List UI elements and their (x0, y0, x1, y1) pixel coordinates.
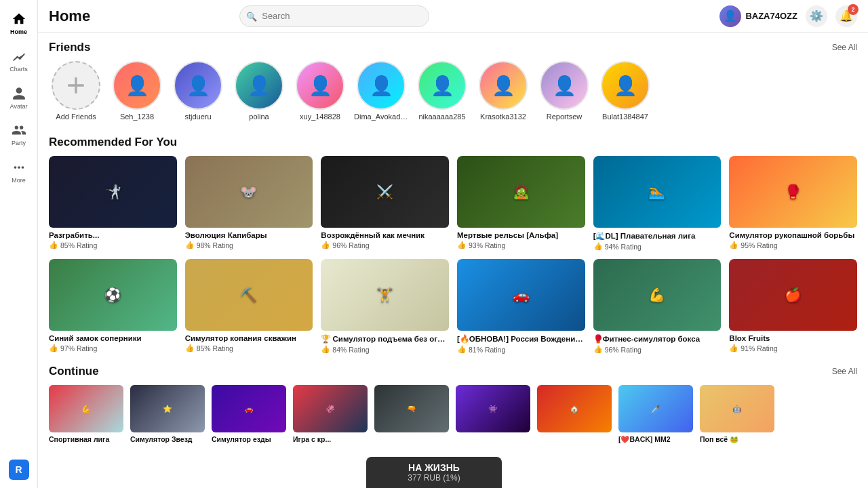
continue-game-card[interactable]: 🔫 (374, 385, 449, 444)
user-profile[interactable]: 👤 BAZA74OZZ (719, 5, 797, 27)
recommended-game-card[interactable]: ⚔️ Возрождённый как мечник 👍 96% Rating (321, 156, 449, 251)
recommended-game-card[interactable]: 🚗 [🔥ОБНОВА!] Россия Вождение Ма... 👍 81%… (457, 259, 585, 354)
continue-thumbnail: 🏠 (537, 385, 612, 432)
continue-game-card[interactable]: 🦑 Игра с кр... (293, 385, 368, 444)
continue-thumbnail: 🤖 (700, 385, 774, 432)
game-rating: 👍 91% Rating (729, 344, 857, 352)
sidebar: Home Charts Avatar Party More R (0, 0, 38, 488)
friend-item[interactable]: 👤 xuy_148828 (293, 61, 347, 121)
friend-avatar: 👤 (601, 61, 650, 110)
continue-game-card[interactable]: 💪 Спортивная лига (49, 385, 123, 444)
recommended-game-card[interactable]: ⛏️ Симулятор копания скважин 👍 85% Ratin… (185, 259, 313, 354)
rating-value: 91% Rating (741, 344, 777, 352)
sidebar-item-more[interactable]: More (3, 154, 35, 188)
game-thumbnail: ⚔️ (321, 156, 449, 228)
sidebar-item-avatar-label: Avatar (10, 103, 28, 110)
add-friends-item[interactable]: Add Friends (49, 61, 103, 121)
game-name: Разграбить... (49, 231, 177, 239)
continue-thumbnail: ⭐ (130, 385, 205, 432)
friend-item[interactable]: 👤 Bulat1384847 (598, 61, 652, 121)
game-name: Симулятор рукопашной борьбы (729, 231, 857, 239)
friend-avatar: 👤 (296, 61, 344, 110)
friend-name: Bulat1384847 (602, 113, 648, 121)
friend-item[interactable]: 👤 Krasotka3132 (476, 61, 530, 121)
continue-game-name: Игра с кр... (293, 435, 368, 443)
continue-game-card[interactable]: 🤖 Поп всё 🐸 (700, 385, 774, 444)
game-name: [🔥ОБНОВА!] Россия Вождение Ма... (457, 334, 585, 344)
friend-item[interactable]: 👤 stjdueru (171, 61, 225, 121)
continue-game-card[interactable]: 🗡️ [❤️BACK] MM2 (618, 385, 693, 444)
search-icon: 🔍 (246, 11, 257, 21)
game-thumb-bg: 💪 (593, 259, 722, 331)
continue-game-name: Симулятор езды (212, 435, 286, 443)
continue-see-all-button[interactable]: See All (832, 367, 857, 376)
friend-item[interactable]: 👤 Reportsew (537, 61, 591, 121)
continue-game-card[interactable]: 🏠 (537, 385, 612, 444)
sidebar-item-home-label: Home (10, 28, 27, 36)
rating-value: 94% Rating (605, 243, 642, 251)
recommended-game-card[interactable]: 🤺 Разграбить... 👍 85% Rating (49, 156, 177, 251)
charts-icon (11, 48, 27, 64)
recommended-game-card[interactable]: 🍎 Blox Fruits 👍 91% Rating (729, 259, 857, 354)
continue-game-card[interactable]: 👾 (456, 385, 530, 444)
sidebar-item-avatar[interactable]: Avatar (3, 80, 35, 115)
continue-title: Continue (49, 365, 99, 378)
sidebar-item-party[interactable]: Party (3, 117, 35, 151)
friend-item[interactable]: 👤 polina (232, 61, 286, 121)
rating-icon: 👍 (729, 344, 738, 352)
header-right: 👤 BAZA74OZZ ⚙️ 🔔 2 (719, 5, 857, 27)
roblox-logo[interactable]: R (9, 460, 29, 480)
tooltip-bar: НА ЖИЗНЬ 377 RUB (1%) (366, 457, 502, 488)
search-input[interactable] (239, 5, 429, 27)
friend-avatar: 👤 (418, 61, 467, 110)
continue-thumb-bg: 🔫 (374, 385, 449, 432)
game-name: Возрождённый как мечник (321, 231, 449, 239)
tooltip-title: НА ЖИЗНЬ (382, 462, 486, 473)
recommended-game-card[interactable]: 🏋️ 🏆 Симулятор подъема без ограни... 👍 8… (321, 259, 449, 354)
settings-button[interactable]: ⚙️ (806, 5, 827, 27)
sidebar-item-charts[interactable]: Charts (3, 43, 35, 77)
avatar-icon (11, 85, 27, 102)
rating-icon: 👍 (729, 241, 738, 249)
page-title: Home (49, 7, 90, 25)
continue-thumb-bg: 🚗 (212, 385, 286, 432)
friend-item[interactable]: 👤 nikaaaaaa285 (415, 61, 469, 121)
rating-value: 93% Rating (469, 241, 505, 249)
game-rating: 👍 81% Rating (457, 345, 585, 354)
friends-see-all-button[interactable]: See All (832, 43, 857, 52)
recommended-game-card[interactable]: 🐭 Эволюция Капибары 👍 98% Rating (185, 156, 313, 251)
game-thumb-bg: 🍎 (729, 259, 857, 331)
recommended-game-card[interactable]: ⚽ Синий замок соперники 👍 97% Rating (49, 259, 177, 354)
friend-name: stjdueru (184, 113, 211, 121)
game-thumbnail: 🍎 (729, 259, 857, 331)
friend-avatar: 👤 (479, 61, 528, 110)
friend-item[interactable]: 👤 Dima_Avokader3 (354, 61, 408, 121)
game-rating: 👍 94% Rating (593, 242, 722, 251)
game-rating: 👍 84% Rating (321, 345, 449, 354)
continue-game-card[interactable]: 🚗 Симулятор езды (212, 385, 286, 444)
rating-value: 96% Rating (332, 241, 369, 249)
game-rating: 👍 85% Rating (185, 344, 313, 352)
game-rating: 👍 97% Rating (49, 344, 177, 352)
recommended-game-card[interactable]: 💪 🥊Фитнес-симулятор бокса 👍 96% Rating (593, 259, 722, 354)
friend-name: Seh_1238 (120, 113, 154, 121)
game-thumb-bg: 🥊 (729, 156, 857, 228)
game-rating: 👍 96% Rating (593, 345, 722, 354)
sidebar-item-home[interactable]: Home (3, 5, 35, 40)
continue-thumb-bg: ⭐ (130, 385, 205, 432)
friend-name: xuy_148828 (300, 113, 340, 121)
game-rating: 👍 85% Rating (49, 241, 177, 249)
game-thumb-bg: ⚽ (49, 259, 177, 331)
notifications-button[interactable]: 🔔 2 (835, 5, 857, 27)
continue-thumbnail: 👾 (456, 385, 530, 432)
settings-icon: ⚙️ (810, 9, 823, 22)
continue-game-name: Симулятор Звезд (130, 435, 205, 443)
continue-thumbnail: 🚗 (212, 385, 286, 432)
friend-item[interactable]: 👤 Seh_1238 (110, 61, 164, 121)
rating-icon: 👍 (457, 345, 467, 354)
continue-thumbnail: 🗡️ (618, 385, 693, 432)
recommended-game-card[interactable]: 🏊 [🌊DL] Плавательная лига 👍 94% Rating (593, 156, 722, 251)
continue-game-card[interactable]: ⭐ Симулятор Звезд (130, 385, 205, 444)
recommended-game-card[interactable]: 🥊 Симулятор рукопашной борьбы 👍 95% Rati… (729, 156, 857, 251)
recommended-game-card[interactable]: 🧟 Мертвые рельсы [Альфа] 👍 93% Rating (457, 156, 585, 251)
